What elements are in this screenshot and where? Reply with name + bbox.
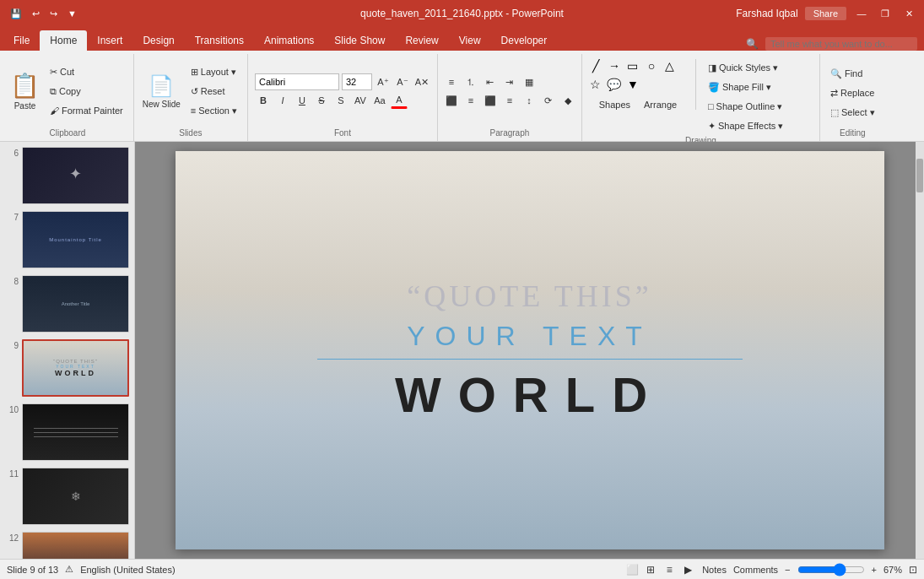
shape-star[interactable]: ☆ (587, 76, 604, 93)
reset-button[interactable]: ↺ Reset (186, 83, 242, 100)
shape-fill-button[interactable]: 🪣 Shape Fill ▾ (703, 78, 788, 95)
columns-button[interactable]: ▦ (521, 73, 538, 90)
outdent-button[interactable]: ⇤ (482, 73, 499, 90)
zoom-in-icon[interactable]: + (872, 565, 877, 575)
slide-thumbnail[interactable]: Another Title (22, 275, 129, 333)
slide-thumbnail[interactable]: ✦ (22, 147, 129, 204)
shape-outline-button[interactable]: □ Shape Outline ▾ (703, 98, 788, 115)
line-spacing-button[interactable]: ↕ (521, 92, 538, 109)
shape-rect[interactable]: ▭ (624, 57, 641, 74)
list-item[interactable]: 9 "QUOTE THIS" YOUR TEXT WORLD (3, 338, 131, 398)
scroll-thumb[interactable] (916, 159, 923, 192)
thumb-line2 (34, 432, 118, 433)
italic-button[interactable]: I (274, 92, 291, 109)
select-button[interactable]: ⬚ Select ▾ (825, 104, 880, 121)
slideshow-button[interactable]: ▶ (680, 562, 695, 577)
slide-number: 10 (5, 403, 19, 414)
tab-insert[interactable]: Insert (87, 30, 132, 51)
quick-styles-button[interactable]: ◨ Quick Styles ▾ (703, 59, 788, 76)
shape-arrow[interactable]: → (606, 57, 623, 74)
normal-view-button[interactable]: ⬜ (624, 562, 640, 577)
shapes-button[interactable]: Shapes (594, 96, 635, 113)
list-item[interactable]: 11 ❄ (3, 466, 131, 527)
tab-file[interactable]: File (3, 30, 40, 51)
font-shrink-button[interactable]: A⁻ (394, 73, 411, 90)
redo-button[interactable]: ↪ (46, 7, 61, 21)
restore-button[interactable]: ❐ (877, 5, 894, 22)
tab-view[interactable]: View (449, 30, 491, 51)
shape-more[interactable]: ▼ (624, 76, 641, 93)
underline-button[interactable]: U (294, 92, 311, 109)
reading-view-button[interactable]: ≡ (662, 562, 677, 577)
font-color-button[interactable]: A (391, 92, 408, 109)
arrange-button[interactable]: Arrange (639, 96, 682, 113)
copy-button[interactable]: ⧉ Copy (45, 83, 128, 100)
tab-home[interactable]: Home (40, 30, 87, 51)
bullet-list-button[interactable]: ≡ (443, 73, 460, 90)
list-item[interactable]: 6 ✦ (3, 145, 131, 206)
bold-button[interactable]: B (255, 92, 272, 109)
indent-button[interactable]: ⇥ (501, 73, 518, 90)
slide-thumbnail[interactable]: ✦ (22, 532, 129, 559)
find-icon: 🔍 (830, 68, 842, 79)
slide-sorter-button[interactable]: ⊞ (643, 562, 658, 577)
notes-button[interactable]: Notes (702, 565, 727, 575)
tab-design[interactable]: Design (132, 30, 184, 51)
tab-developer[interactable]: Developer (491, 30, 558, 51)
share-button[interactable]: Share (805, 7, 846, 20)
list-item[interactable]: 7 Mountaintop Title (3, 209, 131, 270)
shape-callout[interactable]: 💬 (606, 76, 623, 93)
text-direction-button[interactable]: ⟳ (540, 92, 557, 109)
list-item[interactable]: 8 Another Title (3, 273, 131, 334)
save-button[interactable]: 💾 (7, 7, 25, 21)
clipboard-sub: ✂ Cut ⧉ Copy 🖌 Format Painter (45, 63, 128, 119)
format-painter-icon: 🖌 (50, 106, 59, 116)
font-clear-button[interactable]: A✕ (413, 73, 430, 90)
comments-button[interactable]: Comments (733, 565, 778, 575)
format-painter-button[interactable]: 🖌 Format Painter (45, 102, 128, 119)
tab-transitions[interactable]: Transitions (185, 30, 254, 51)
tab-review[interactable]: Review (395, 30, 448, 51)
shape-circle[interactable]: ○ (643, 57, 660, 74)
section-button[interactable]: ≡ Section ▾ (186, 102, 242, 119)
customize-button[interactable]: ▼ (64, 7, 80, 20)
font-size-input[interactable] (342, 73, 372, 90)
slide-thumbnail-active[interactable]: "QUOTE THIS" YOUR TEXT WORLD (22, 339, 129, 397)
close-button[interactable]: ✕ (900, 5, 917, 22)
zoom-slider[interactable] (797, 563, 865, 576)
paste-button[interactable]: 📋 Paste (7, 62, 43, 121)
align-left-button[interactable]: ⬛ (443, 92, 460, 109)
spacing-button[interactable]: AV (352, 92, 369, 109)
slide-thumbnail[interactable] (22, 403, 129, 461)
new-slide-button[interactable]: 📄 New Slide (139, 62, 184, 121)
cut-button[interactable]: ✂ Cut (45, 63, 128, 80)
list-item[interactable]: 12 ✦ (3, 530, 131, 559)
list-item[interactable]: 10 (3, 402, 131, 463)
case-button[interactable]: Aa (371, 92, 388, 109)
slide-thumbnail[interactable]: ❄ (22, 468, 129, 525)
minimize-button[interactable]: — (853, 5, 870, 22)
undo-button[interactable]: ↩ (29, 7, 43, 21)
slide-thumbnail[interactable]: Mountaintop Title (22, 211, 129, 268)
tab-slideshow[interactable]: Slide Show (324, 30, 395, 51)
shape-line[interactable]: ╱ (587, 57, 604, 74)
shape-effects-button[interactable]: ✦ Shape Effects ▾ (703, 117, 788, 134)
shape-tri[interactable]: △ (662, 57, 678, 74)
vertical-scrollbar[interactable] (916, 142, 924, 559)
convert-to-smartart-button[interactable]: ◆ (559, 92, 576, 109)
find-button[interactable]: 🔍 Find (825, 65, 880, 82)
font-name-input[interactable] (255, 73, 339, 90)
tab-animations[interactable]: Animations (254, 30, 324, 51)
replace-button[interactable]: ⇄ Replace (825, 84, 880, 101)
font-grow-button[interactable]: A⁺ (375, 73, 392, 90)
align-center-button[interactable]: ≡ (462, 92, 479, 109)
layout-button[interactable]: ⊞ Layout ▾ (186, 63, 242, 80)
strikethrough-button[interactable]: S (313, 92, 330, 109)
numbered-list-button[interactable]: ⒈ (462, 73, 479, 90)
textshadow-button[interactable]: S (332, 92, 349, 109)
align-right-button[interactable]: ⬛ (482, 92, 499, 109)
align-justify-button[interactable]: ≡ (501, 92, 518, 109)
search-input[interactable] (765, 37, 917, 51)
fit-slide-button[interactable]: ⊡ (909, 564, 917, 576)
zoom-out-icon[interactable]: − (785, 565, 790, 575)
